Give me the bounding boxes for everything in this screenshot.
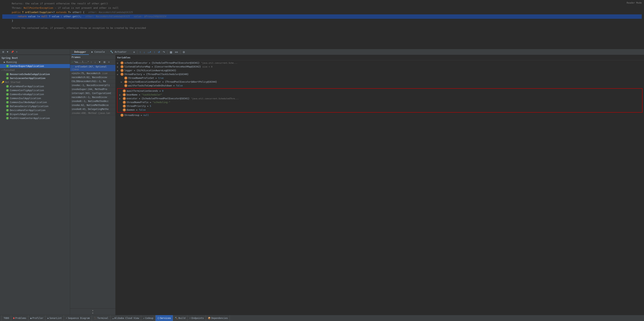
frames-up-btn[interactable]: ↑ xyxy=(90,60,93,64)
tree-dispatch[interactable]: 🌱 DispatchApplication xyxy=(0,112,70,116)
app-name-ns6: DataexaSecurityApplication xyxy=(10,105,48,108)
status-dependencies[interactable]: 📦 Dependencies xyxy=(206,315,230,321)
frame-item-4[interactable]: invoke:-1, NacosDiscoveryCli xyxy=(70,84,116,87)
close-brace-line: } xyxy=(2,19,642,23)
var-wait-for-tasks[interactable]: f waitForTasksToCompleteOnShutdown = fal… xyxy=(116,84,644,88)
var-scheduled-executor[interactable]: ▶ f scheduledExecutor = {ScheduledThread… xyxy=(116,61,644,65)
status-alibaba-cloud[interactable]: ☁ Alibaba Cloud View xyxy=(110,315,141,321)
var-icon-f12: f xyxy=(123,104,126,108)
terminal-label: Terminal xyxy=(98,317,108,320)
grid-btn[interactable]: ▦ xyxy=(169,50,173,54)
running-label: Running xyxy=(6,61,17,64)
var-rejected-execution-handler[interactable]: ▶ f rejectedExecutionHandler = {ThreadPo… xyxy=(116,80,644,84)
status-problems[interactable]: Problems xyxy=(11,315,28,321)
tree-common-zuul[interactable]: 🌱 CommonZuulApplication xyxy=(0,96,70,100)
frame-item-0[interactable]: ✓ orElseGet:267, Optional (java xyxy=(70,65,116,72)
step-out-btn[interactable]: ↓↗ xyxy=(146,50,152,54)
frame-item-3[interactable]: CGLIB$nacosWatch$1:-1, Na xyxy=(70,80,116,84)
resume-btn[interactable]: ↑ xyxy=(153,50,156,54)
reset-btn[interactable]: ↺ xyxy=(157,50,161,54)
app-icon-ns1: 🌱 xyxy=(6,85,9,88)
frames-scroll-up[interactable]: ▲ xyxy=(92,309,94,312)
tree-push-stream-center[interactable]: 🌱 PushStreamCenterApplication xyxy=(0,116,70,120)
pin-icon[interactable]: 📌 xyxy=(10,50,14,54)
frames-filter-btn[interactable]: ▼ xyxy=(98,60,102,64)
step-over-up-btn[interactable]: ↑ xyxy=(138,50,142,54)
tree-common-eureka[interactable]: 🌱 CommonEurekaApplication xyxy=(0,92,70,96)
tab-actuator[interactable]: 🔧 Actuator xyxy=(108,49,129,55)
tree-running[interactable]: ▶ Running xyxy=(0,60,70,64)
frames-scroll-down[interactable]: ▼ xyxy=(92,312,94,314)
status-sequence-diagram[interactable]: ⚡ Sequence Diagram xyxy=(64,315,92,321)
status-todo[interactable]: TODO xyxy=(2,315,11,321)
var-thread-name-prefix-set[interactable]: f threadNamePrefixSet = true xyxy=(116,76,644,80)
frames-title: Frames xyxy=(72,56,80,58)
frame-item-9[interactable]: invoke:62, NativeMethodAcce xyxy=(70,103,116,107)
frame-item-10[interactable]: invoke0:43, DelegatingMetho xyxy=(70,107,116,111)
tree-common-zuul-node[interactable]: 🌱 CommonZuulNodeApplication xyxy=(0,100,70,104)
var-await-termination[interactable]: f awaitTerminationSeconds = 0 xyxy=(118,89,642,93)
var-thread-priority[interactable]: f threadPriority = 5 xyxy=(118,104,642,108)
frame-item-2[interactable]: nacosWatch:62, NacosDiscov xyxy=(70,76,116,80)
app-icon-ns2: 🌱 xyxy=(6,89,9,92)
frames-expand-btn[interactable]: ⊞ xyxy=(102,60,106,64)
tree-alarm-handler[interactable]: 🌱 AlarmHandlerApplication xyxy=(0,84,70,88)
var-listenable-future-map[interactable]: ▶ f listenableFutureMap = {ConcurrentRef… xyxy=(116,65,644,68)
add-icon[interactable]: + xyxy=(15,50,18,54)
mute-btn[interactable]: ↷ xyxy=(162,50,166,54)
layout-icon[interactable]: ⊞ xyxy=(2,50,5,54)
reader-mode-label[interactable]: Reader Mode xyxy=(627,2,642,4)
problems-dot xyxy=(13,318,14,319)
status-profiler[interactable]: ◉ Profiler xyxy=(28,315,46,321)
doc-line-2: Throws: NullPointerException – if value … xyxy=(2,6,642,10)
tab-debugger[interactable]: Debugger xyxy=(72,49,89,55)
list-btn[interactable]: ≡≡ xyxy=(174,50,179,54)
step-into-btn[interactable]: ↓ xyxy=(142,50,146,54)
menu-btn[interactable]: ≡ xyxy=(132,50,136,54)
var-bean-name[interactable]: ▶ f beanName = "taskScheduler" xyxy=(118,93,642,97)
var-thread-factory[interactable]: ▶ f threadFactory = {ThreadPoolTaskSched… xyxy=(116,72,644,76)
var-daemon[interactable]: f daemon = false xyxy=(118,108,642,112)
tree-common-config[interactable]: 🌱 CommonConfigApplication xyxy=(0,88,70,92)
frame-item-8[interactable]: invoke0:-1, NativeMethodAcc xyxy=(70,99,116,103)
status-build[interactable]: 🔨 Build xyxy=(173,315,188,321)
doc-line-1: Returns: the value if present otherwise … xyxy=(2,2,642,6)
not-started-label: Not Started xyxy=(5,81,20,84)
tree-finished-section: ✓ Finished xyxy=(0,68,70,72)
app-status-icon: 🌱 xyxy=(6,65,9,68)
debug-toolbar-area: ⊞ ▼ 📌 + Debugger ▶ Console 🔧 Actuator ≡ … xyxy=(0,49,644,55)
endpoints-label: Endpoints xyxy=(192,317,204,320)
frame-item-1[interactable]: <init>:75, NacosWatch (com xyxy=(70,72,116,76)
var-icon-f4: f xyxy=(120,73,124,76)
settings-icon[interactable]: ⚙ xyxy=(182,50,186,54)
var-icon-f3: f xyxy=(120,69,124,72)
tab-console[interactable]: ▶ Console xyxy=(89,49,108,55)
filter-icon[interactable]: ▼ xyxy=(6,50,10,54)
app-icon-ns6: 🌱 xyxy=(6,105,9,108)
frames-down-btn[interactable]: ↓ xyxy=(94,60,97,64)
profiler-icon: ◉ xyxy=(30,317,32,320)
frame-item-11[interactable]: invoke:498, Method (java.lan xyxy=(70,111,116,115)
tree-resource-schedule[interactable]: 🌱 ResourceScheduleApplication xyxy=(0,72,70,76)
cloud-icon: ☁ xyxy=(112,317,114,320)
tree-device-handler[interactable]: 🌱 DeviceHandlerApplication xyxy=(0,108,70,112)
profiler-label: Profiler xyxy=(32,317,44,320)
status-endpoints[interactable]: ⚡ Endpoints xyxy=(188,315,206,321)
tree-dataexa-security[interactable]: 🌱 DataexaSecurityApplication xyxy=(0,104,70,108)
codeup-label: Codeup xyxy=(145,317,153,320)
status-terminal[interactable]: ⬛ Terminal xyxy=(92,315,110,321)
status-services[interactable]: ⬡ Services xyxy=(156,315,173,321)
frames-add-btn[interactable]: + xyxy=(107,60,111,64)
tree-center-export-app[interactable]: 🌱 CenterExportApplication xyxy=(0,64,70,68)
status-codeup[interactable]: ↗ Codeup xyxy=(141,315,156,321)
var-thread-group[interactable]: f threadGroup = null xyxy=(116,113,644,117)
status-sonarlint[interactable]: ◈ SonarLint xyxy=(46,315,64,321)
tree-servicecenter[interactable]: 🌱 ServicecenterApplication xyxy=(0,76,70,80)
frame-item-5[interactable]: invokeSuper:244, MethodPro xyxy=(70,87,116,91)
var-thread-name-prefix[interactable]: f threadNamePrefix = "scheduling-" xyxy=(118,100,642,104)
var-executor[interactable]: ▶ f executor = {ScheduledThreadPoolExecu… xyxy=(118,97,642,100)
var-icon-f8: f xyxy=(123,90,126,92)
frame-item-6[interactable]: intercept:363, ConfigurationC xyxy=(70,91,116,95)
var-logger[interactable]: ▶ f logger = {SLF4JLocationAwareLog@1634… xyxy=(116,68,644,72)
frame-item-7[interactable]: nacosWatch:-1, NacosDiscov xyxy=(70,95,116,99)
